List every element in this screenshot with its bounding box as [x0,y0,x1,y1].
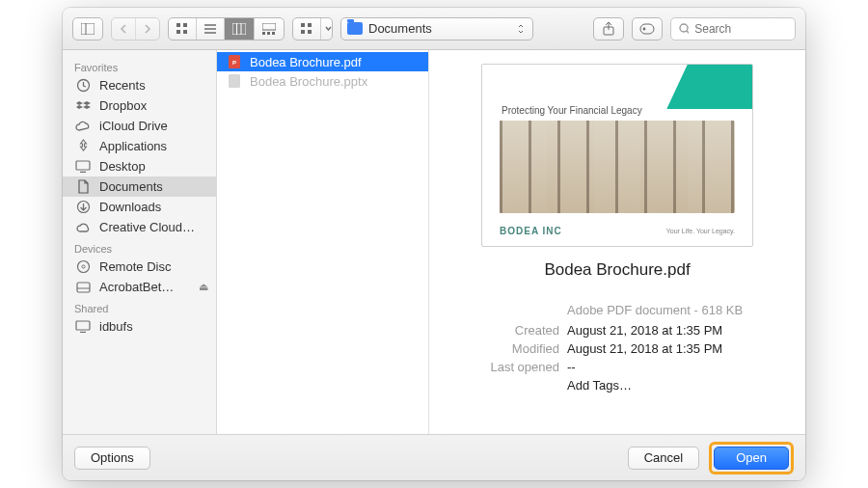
sidebar-item-applications[interactable]: Applications [63,136,216,156]
dropbox-icon [74,99,92,112]
document-icon [74,179,92,194]
options-button[interactable]: Options [74,447,150,470]
svg-rect-14 [267,32,270,35]
search-icon [679,23,689,35]
download-icon [74,200,92,214]
svg-rect-22 [640,24,654,34]
list-icon [204,23,216,35]
sidebar-item-recents[interactable]: Recents [63,75,216,95]
preview-thumbnail: Protecting Your Financial Legacy BODEA I… [481,64,753,247]
svg-rect-39 [76,321,90,330]
cloud-icon [74,121,92,132]
forward-button[interactable] [135,18,159,40]
preview-pane: Protecting Your Financial Legacy BODEA I… [429,50,805,434]
sidebar-item-dropbox[interactable]: Dropbox [63,95,216,116]
svg-rect-37 [77,283,90,292]
nav-back-forward [111,17,160,41]
view-mode-segment [168,17,285,41]
file-name: Bodea Brochure.pdf [250,55,362,69]
location-popup[interactable]: Documents [340,17,533,41]
sidebar-item-idbufs[interactable]: idbufs [63,316,216,337]
location-label: Documents [368,21,432,36]
preview-kind: Adobe PDF document - 618 KB [567,303,762,317]
file-row[interactable]: Bodea Brochure.pptx [217,71,428,91]
svg-rect-5 [183,30,187,34]
open-button[interactable]: Open [714,447,789,470]
svg-rect-16 [301,23,305,27]
tags-button[interactable] [632,17,663,41]
sidebar-toggle-button[interactable] [72,17,103,41]
svg-marker-28 [83,101,91,105]
svg-rect-18 [301,30,305,34]
meta-key-last-opened: Last opened [473,360,559,374]
sidebar-header-devices: Devices [63,237,216,257]
svg-rect-4 [176,30,180,34]
preview-title: Bodea Brochure.pdf [544,260,690,280]
file-name: Bodea Brochure.pptx [250,74,367,89]
meta-key-created: Created [473,323,559,338]
svg-rect-2 [176,23,180,27]
sidebar-item-creative-cloud[interactable]: Creative Cloud… [63,217,216,237]
svg-rect-13 [262,32,265,35]
view-list-button[interactable] [196,18,224,40]
applications-icon [74,139,92,153]
pptx-icon [227,73,242,89]
file-column: P Bodea Brochure.pdf Bodea Brochure.pptx [217,50,429,434]
sidebar-icon [81,23,95,35]
sidebar-item-label: iCloud Drive [99,119,168,133]
sidebar-item-downloads[interactable]: Downloads [63,197,216,217]
eject-icon[interactable]: ⏏ [199,281,208,293]
view-columns-button[interactable] [224,18,254,40]
share-button[interactable] [593,17,624,41]
sidebar-item-label: Creative Cloud… [99,220,195,234]
svg-rect-31 [76,161,90,170]
disc-icon [74,259,92,274]
svg-text:P: P [232,60,236,66]
toolbar: Documents [63,8,805,50]
svg-marker-27 [76,101,83,105]
back-button[interactable] [112,18,135,40]
thumbnail-photo [500,121,735,213]
search-input[interactable] [694,22,787,36]
sidebar: Favorites Recents Dropbox iCloud Drive A… [63,50,217,434]
sidebar-item-desktop[interactable]: Desktop [63,156,216,176]
svg-rect-12 [262,23,276,30]
add-tags-link[interactable]: Add Tags… [567,378,762,393]
thumbnail-tagline: Your Life. Your Legacy. [666,228,735,234]
cancel-button[interactable]: Cancel [628,447,699,470]
meta-val-created: August 21, 2018 at 1:35 PM [567,323,762,338]
search-field[interactable] [670,17,796,41]
sidebar-item-label: idbufs [99,319,133,334]
view-gallery-button[interactable] [254,18,284,40]
sidebar-header-favorites: Favorites [63,56,216,75]
desktop-icon [74,160,92,173]
sidebar-item-documents[interactable]: Documents [63,176,216,197]
updown-caret-icon [517,24,525,34]
thumbnail-caption: Protecting Your Financial Legacy [502,105,642,116]
svg-point-24 [680,24,688,32]
share-icon [603,22,614,36]
chevron-down-icon [325,26,332,31]
view-icons-button[interactable] [169,18,196,40]
sidebar-item-label: Remote Disc [99,259,171,274]
svg-rect-19 [308,30,312,34]
sidebar-item-label: Desktop [99,159,146,174]
chevron-left-icon [120,24,127,34]
columns-icon [232,23,246,35]
sidebar-item-label: AcrobatBet… [99,280,174,294]
gallery-icon [262,23,276,35]
sidebar-item-label: Applications [99,139,167,153]
sidebar-item-remote-disc[interactable]: Remote Disc [63,257,216,277]
drive-icon [74,282,92,293]
sidebar-item-icloud[interactable]: iCloud Drive [63,116,216,136]
svg-marker-30 [83,105,91,109]
tag-icon [639,23,655,35]
file-row[interactable]: P Bodea Brochure.pdf [217,52,428,71]
folder-icon [347,22,363,35]
open-file-dialog: Documents Favorites Recents Dropbox [63,8,805,480]
group-sort-menu[interactable] [292,17,333,41]
sidebar-header-shared: Shared [63,297,216,316]
sidebar-item-acrobat-beta[interactable]: AcrobatBet… ⏏ [63,277,216,297]
thumbnail-logo: BODEA INC [500,226,562,236]
svg-rect-17 [308,23,312,27]
